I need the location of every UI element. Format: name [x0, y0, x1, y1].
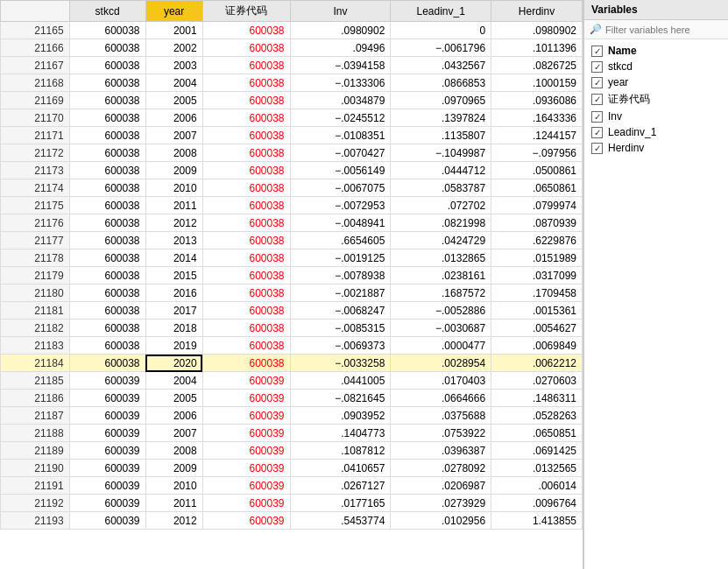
cell-inv[interactable]: −.0085315	[290, 320, 391, 337]
cell-stkcd[interactable]: 600039	[69, 372, 145, 390]
variable-checkbox[interactable]	[591, 94, 603, 105]
cell-stkcd[interactable]: 600039	[69, 407, 145, 425]
cell-leadinv[interactable]: .072702	[391, 197, 491, 214]
cell-year[interactable]: 2015	[145, 267, 202, 284]
cell-herdinv[interactable]: .0691425	[491, 442, 583, 460]
col-header-year[interactable]: year	[145, 1, 202, 22]
cell-stkcd[interactable]: 600039	[69, 477, 145, 495]
cell-stkcd[interactable]: 600038	[69, 179, 145, 197]
variable-item-herdinv[interactable]: Herdinv	[584, 140, 728, 156]
cell-herdinv[interactable]: .1643336	[491, 109, 583, 127]
cell-herdinv[interactable]: −.097956	[491, 144, 583, 162]
cell-inv[interactable]: −.0019125	[290, 249, 391, 267]
cell-stkcd[interactable]: 600038	[69, 249, 145, 267]
cell-zqdm[interactable]: 600039	[202, 460, 290, 477]
cell-inv[interactable]: −.0070427	[290, 144, 391, 162]
cell-year[interactable]: 2018	[145, 320, 202, 337]
cell-herdinv[interactable]: .1709458	[491, 284, 583, 302]
cell-leadinv[interactable]: .0375688	[391, 407, 491, 425]
cell-leadinv[interactable]: .0000477	[391, 337, 491, 355]
cell-inv[interactable]: −.0021887	[290, 284, 391, 302]
cell-stkcd[interactable]: 600038	[69, 232, 145, 249]
col-header-leadinv[interactable]: Leadinv_1	[391, 1, 491, 22]
variable-item-inv[interactable]: Inv	[584, 109, 728, 124]
cell-zqdm[interactable]: 600038	[202, 74, 290, 92]
cell-zqdm[interactable]: 600039	[202, 512, 290, 530]
cell-leadinv[interactable]: .0170403	[391, 372, 491, 390]
variable-item-leadinv-1[interactable]: Leadinv_1	[584, 124, 728, 140]
cell-leadinv[interactable]: .0970965	[391, 92, 491, 109]
cell-stkcd[interactable]: 600038	[69, 197, 145, 214]
cell-inv[interactable]: −.0069373	[290, 337, 391, 355]
cell-leadinv[interactable]: .0432567	[391, 57, 491, 74]
cell-zqdm[interactable]: 600038	[202, 109, 290, 127]
cell-stkcd[interactable]: 600038	[69, 22, 145, 39]
cell-herdinv[interactable]: .0062212	[491, 355, 583, 372]
cell-inv[interactable]: −.0394158	[290, 57, 391, 74]
variable-checkbox[interactable]	[591, 127, 603, 138]
cell-zqdm[interactable]: 600039	[202, 425, 290, 442]
cell-leadinv[interactable]: .0206987	[391, 477, 491, 495]
cell-herdinv[interactable]: .0069849	[491, 337, 583, 355]
cell-stkcd[interactable]: 600039	[69, 442, 145, 460]
cell-zqdm[interactable]: 600038	[202, 214, 290, 232]
cell-zqdm[interactable]: 600038	[202, 232, 290, 249]
cell-zqdm[interactable]: 600038	[202, 179, 290, 197]
cell-zqdm[interactable]: 600038	[202, 267, 290, 284]
cell-leadinv[interactable]: .1397824	[391, 109, 491, 127]
cell-herdinv[interactable]: .1486311	[491, 390, 583, 407]
col-header-herdinv[interactable]: Herdinv	[491, 1, 583, 22]
cell-year[interactable]: 2014	[145, 249, 202, 267]
cell-stkcd[interactable]: 600039	[69, 390, 145, 407]
variable-item-----[interactable]: 证券代码	[584, 90, 728, 109]
cell-inv[interactable]: .09496	[290, 39, 391, 57]
cell-stkcd[interactable]: 600038	[69, 39, 145, 57]
col-header-zqdm[interactable]: 证券代码	[202, 1, 290, 22]
filter-variables-input[interactable]	[605, 25, 723, 35]
cell-year[interactable]: 2004	[145, 74, 202, 92]
cell-leadinv[interactable]: −.0052886	[391, 302, 491, 320]
cell-stkcd[interactable]: 600038	[69, 74, 145, 92]
col-header-inv[interactable]: Inv	[290, 1, 391, 22]
cell-inv[interactable]: −.0108351	[290, 127, 391, 144]
cell-year[interactable]: 2004	[145, 372, 202, 390]
cell-herdinv[interactable]: .0054627	[491, 320, 583, 337]
cell-stkcd[interactable]: 600039	[69, 512, 145, 530]
cell-year[interactable]: 2003	[145, 57, 202, 74]
cell-leadinv[interactable]: −.0061796	[391, 39, 491, 57]
cell-year[interactable]: 2001	[145, 22, 202, 39]
cell-leadinv[interactable]: −.0030687	[391, 320, 491, 337]
cell-herdinv[interactable]: .1000159	[491, 74, 583, 92]
cell-inv[interactable]: .0177165	[290, 495, 391, 512]
cell-herdinv[interactable]: .0500861	[491, 162, 583, 179]
cell-inv[interactable]: −.0048941	[290, 214, 391, 232]
cell-inv[interactable]: −.0821645	[290, 390, 391, 407]
cell-zqdm[interactable]: 600038	[202, 320, 290, 337]
cell-year[interactable]: 2020	[145, 355, 202, 372]
cell-leadinv[interactable]: .0753922	[391, 425, 491, 442]
cell-year[interactable]: 2012	[145, 512, 202, 530]
cell-leadinv[interactable]: .0424729	[391, 232, 491, 249]
cell-herdinv[interactable]: .0870939	[491, 214, 583, 232]
cell-zqdm[interactable]: 600038	[202, 284, 290, 302]
cell-year[interactable]: 2009	[145, 162, 202, 179]
cell-inv[interactable]: −.0078938	[290, 267, 391, 284]
cell-herdinv[interactable]: .0528263	[491, 407, 583, 425]
cell-inv[interactable]: .0410657	[290, 460, 391, 477]
cell-year[interactable]: 2016	[145, 284, 202, 302]
cell-year[interactable]: 2010	[145, 179, 202, 197]
variable-item-year[interactable]: year	[584, 74, 728, 90]
filter-box[interactable]: 🔎	[584, 20, 728, 39]
cell-year[interactable]: 2008	[145, 144, 202, 162]
cell-stkcd[interactable]: 600038	[69, 109, 145, 127]
cell-zqdm[interactable]: 600038	[202, 197, 290, 214]
variable-item-stkcd[interactable]: stkcd	[584, 59, 728, 74]
cell-year[interactable]: 2009	[145, 460, 202, 477]
cell-inv[interactable]: .0034879	[290, 92, 391, 109]
cell-zqdm[interactable]: 600039	[202, 495, 290, 512]
col-header-stkcd[interactable]: stkcd	[69, 1, 145, 22]
cell-year[interactable]: 2006	[145, 109, 202, 127]
cell-herdinv[interactable]: .0317099	[491, 267, 583, 284]
cell-inv[interactable]: −.0133306	[290, 74, 391, 92]
cell-zqdm[interactable]: 600039	[202, 407, 290, 425]
